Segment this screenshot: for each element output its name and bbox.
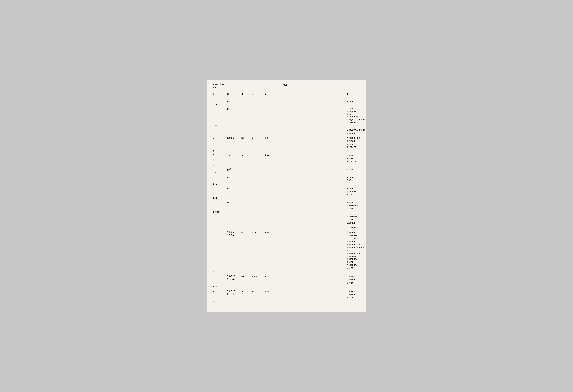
col-header-1: I (213, 93, 227, 95)
table-row: н Итого по "В" 262 (213, 175, 360, 186)
cell-r8-c4 (251, 187, 264, 187)
cell-r8-c7: 84I (213, 196, 227, 200)
table-row: 4 Итого по подземной части 82525 (213, 200, 360, 214)
cell-r7-c4 (251, 176, 264, 176)
col-header-3: 8 (241, 93, 251, 95)
cell-r7-c3 (241, 176, 251, 176)
cell-r13-c1: 2 (213, 275, 227, 278)
doc-ref: p 8-I (213, 86, 224, 89)
table-row: 2 -й- н I 4,44 То же, марки ЛСII-I7к 4 (213, 153, 360, 167)
cell-r1-c2: руб (227, 100, 241, 103)
cell-r1-c6: Итого (346, 100, 360, 103)
cell-r13-c4: 60,0 (251, 275, 264, 278)
cell-r5-c7: 4 (213, 163, 227, 167)
cell-r14-c6: То же, толщиной 5I см (346, 290, 360, 300)
cell-r5-c5: 4,44 (264, 154, 346, 157)
cell-r11-c1 (213, 226, 227, 226)
cell-r10-c6: Надземная часть здания (346, 215, 360, 225)
cell-r12-c7: 8I (213, 270, 227, 273)
col-header-4: 4 (251, 93, 264, 95)
cell-r11-c3 (241, 226, 251, 226)
cell-r14-c3: н (241, 290, 251, 293)
cell-r11-c6: I Стены (346, 226, 360, 229)
cell-r10-c7 (213, 225, 227, 225)
cell-r2-c4 (251, 107, 264, 108)
table-row: I Стены (213, 226, 360, 230)
cell-r4-c5: 4,54 (264, 136, 346, 140)
table-row: н Итого по разделу XIII 84I (213, 186, 360, 200)
cell-r10-c5 (264, 215, 346, 215)
cell-r12-c1: I (213, 231, 227, 234)
cell-r9-c5 (264, 201, 346, 201)
cell-r8-c2: н (227, 187, 241, 190)
table-row: руб Итого 40 (213, 167, 360, 175)
cell-r13-c5: 5,22 (264, 275, 346, 278)
cell-r8-c1 (213, 187, 227, 187)
cell-r9-c7: 82525 (213, 211, 227, 214)
cell-r6-c7: 40 (213, 171, 227, 175)
cell-r2-c6: Итого по разделу без стоимости индустриа… (346, 107, 360, 124)
document-page: ⚙ 284-5-18 p 8-I — 52 — I 2 8 4 5 6 7 ру… (207, 80, 366, 312)
cell-r6-c1 (213, 168, 227, 168)
cell-r12-c5: 8,66 (264, 231, 346, 234)
cell-r8-c6: Итого по разделу XIII (346, 187, 360, 196)
cell-r5-c4: I (251, 154, 264, 157)
cell-r2-c3 (241, 107, 251, 108)
cell-r1-c7: I55 (213, 103, 227, 107)
table-row: Надземная часть здания (213, 214, 360, 226)
cell-r1-c5 (264, 100, 346, 100)
cell-r14-c4: — (251, 290, 264, 293)
cell-r13-c3: м8 (241, 275, 251, 278)
cell-r11-c7 (213, 229, 227, 230)
cell-r10-c1 (213, 215, 227, 215)
cell-r2-c2: н (227, 107, 241, 111)
cell-r8-c5 (264, 187, 346, 187)
cell-r3-c4 (251, 128, 264, 129)
col-header-5: 5 (264, 93, 346, 95)
cell-r4-c3: шт (241, 136, 251, 140)
col-header-6: 6 (346, 93, 360, 95)
cell-r4-c7: 86 (213, 149, 227, 153)
cell-r3-c6: Индустриальные изделия (346, 128, 360, 135)
cell-r4-c1: I (213, 136, 227, 140)
top-separator (213, 91, 360, 91)
cell-r3-c2 (227, 128, 241, 129)
cell-r3-c7 (213, 135, 227, 136)
doc-number: 284-5-18 (215, 84, 224, 86)
cell-r7-c1 (213, 176, 227, 176)
cell-r14-c2: I8-I25 2I-I4б (227, 290, 241, 296)
cell-r7-c7: 262 (213, 182, 227, 186)
table-row: I Кальк шт 8 4,54 Лестничные ступени мар… (213, 136, 360, 153)
cell-r6-c5 (264, 168, 346, 168)
table-row: I I8-69 2I-I0в м8 8,4 8,66 Кладка наружн… (213, 230, 360, 274)
cell-r10-c4 (251, 215, 264, 215)
bottom-separator (213, 306, 360, 306)
cell-r3-c5 (264, 128, 346, 129)
cell-r4-c2: Кальк (227, 136, 241, 140)
cell-r14-c1: 8 (213, 290, 227, 293)
cell-r3-c1 (213, 128, 227, 129)
cell-r8-c3 (241, 187, 251, 187)
cell-r9-c2: 4 (227, 201, 241, 204)
cell-r12-c4: 8,4 (251, 231, 264, 234)
cell-r11-c2 (227, 226, 241, 226)
cell-r2-c1 (213, 107, 227, 108)
table-row: 8 I8-I25 2I-I4б н — 4,48 То же, толщиной… (213, 289, 360, 304)
column-headers: I 2 8 4 5 6 7 (213, 92, 360, 99)
cell-r2-c7: 222 (213, 124, 227, 128)
cell-r9-c4 (251, 201, 264, 201)
cell-r12-c6: Кладка наружных стен из кирпича глиняно-… (346, 231, 360, 270)
cell-r1-c4 (251, 100, 264, 100)
cell-r14-c7: — (213, 300, 227, 303)
cell-r4-c4: 8 (251, 136, 264, 140)
cell-r3-c3 (241, 128, 251, 129)
page-number: — 52 — (280, 83, 291, 86)
cell-r9-c6: Итого по подземной части (346, 201, 360, 211)
table-row: н Итого по разделу без стоимости индустр… (213, 107, 360, 128)
page-header: ⚙ 284-5-18 p 8-I — 52 — (213, 83, 360, 89)
cell-r10-c2 (227, 215, 241, 215)
top-left-info: ⚙ 284-5-18 p 8-I (213, 83, 224, 89)
col-header-2: 2 (227, 93, 241, 95)
cell-r4-c6: Лестничные ступени марки ЛСII-I7 (346, 136, 360, 149)
cell-r5-c6: То же, марки ЛСII-I7к (346, 154, 360, 163)
